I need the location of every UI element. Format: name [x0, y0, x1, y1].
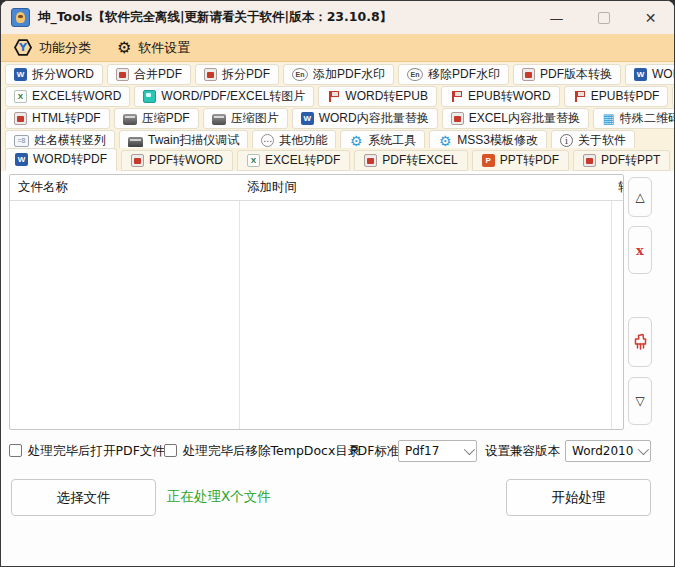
toolbar-button-label: 添加PDF水印 [313, 66, 385, 83]
column-header-filename[interactable]: 文件名称 [18, 175, 68, 200]
toolbar-button-icon [143, 90, 156, 103]
remove-tempdocx-checkbox[interactable] [164, 444, 177, 457]
tab-button[interactable]: EXCEL转PDF [237, 150, 350, 171]
toolbar-button-label: MSS3模板修改 [457, 132, 538, 149]
chevron-down-icon [464, 444, 475, 455]
app-window: 坤_Tools【软件完全离线|更新请看关于软件|版本：23.10.8】 — ✕ … [0, 0, 675, 567]
toolbar-button[interactable]: EPUB转WORD [441, 86, 560, 107]
column-divider [611, 175, 612, 429]
move-up-button[interactable]: △ [628, 177, 652, 217]
toolbar-button-icon [301, 112, 314, 125]
tab-button[interactable]: PDF转EXCEL [354, 150, 467, 171]
start-processing-button[interactable]: 开始处理 [506, 479, 651, 516]
toolbar-button[interactable]: HTML转PDF [5, 108, 110, 129]
tab-icon [583, 154, 596, 167]
toolbar-button[interactable]: 压缩PDF [114, 108, 199, 129]
tab-label: WORD转PDF [33, 151, 107, 168]
remove-x-icon: x [636, 243, 644, 258]
toolbar-button-label: WORD转EXCEL [652, 66, 675, 83]
toolbar-button[interactable]: EXCEL内容批量替换 [442, 108, 589, 129]
pdf-standard-select[interactable]: Pdf17 [398, 440, 477, 462]
tab-label: PDF转WORD [149, 152, 223, 169]
toolbar-button[interactable]: WORD转EXCEL [625, 64, 675, 85]
tab-label: EXCEL转PDF [265, 152, 340, 169]
toolbar-button-label: 移除PDF水印 [428, 66, 500, 83]
toolbar-button[interactable]: 特殊二维码校验 [593, 108, 675, 129]
toolbar-button-label: EPUB转WORD [468, 88, 551, 105]
toolbar-button[interactable]: EXCEL转WORD [5, 86, 130, 107]
toolbar-button[interactable]: WORD转EPUB [318, 86, 437, 107]
tab-icon [131, 154, 144, 167]
toolbar-button-label: 关于软件 [578, 132, 626, 149]
open-pdf-checkbox-label[interactable]: 处理完毕后打开PDF文件 [28, 443, 165, 460]
menubar: 功能分类 ⚙ 软件设置 [1, 34, 674, 62]
compat-version-select[interactable]: Word2010 [565, 440, 651, 462]
column-divider [239, 175, 240, 429]
toolbar-button-icon [349, 134, 363, 148]
tab-button[interactable]: PDF转PPT [573, 150, 670, 171]
toolbar-button-label: 拆分WORD [32, 66, 94, 83]
toolbar-button-icon [573, 90, 586, 103]
remove-file-button[interactable]: x [628, 226, 652, 274]
toolbar-button-label: EPUB转PDF [591, 88, 660, 105]
compat-version-value: Word2010 [572, 444, 638, 458]
maximize-button[interactable] [580, 1, 627, 34]
toolbar-button[interactable]: PDF版本转换 [513, 64, 621, 85]
toolbar-button[interactable]: 移除PDF水印 [398, 64, 509, 85]
toolbar-button[interactable]: 拆分PDF [195, 64, 279, 85]
toolbar-button-icon [14, 112, 27, 125]
maximize-icon [598, 12, 610, 24]
toolbar-button-label: 姓名横转竖列 [34, 132, 106, 149]
file-table[interactable]: 文件名称 添加时间 转 [9, 174, 624, 430]
toolbar-button[interactable]: WORD/PDF/EXCEL转图片 [134, 86, 314, 107]
toolbar: 拆分WORD 合并PDF 拆分PDF 添加PDF水印 [1, 62, 674, 148]
tab-icon [15, 153, 28, 166]
tab-button[interactable]: WORD转PDF [5, 148, 117, 171]
triangle-down-icon: ▽ [635, 394, 644, 408]
toolbar-button-label: Twain扫描仪调试 [148, 132, 239, 149]
settings-gear-icon: ⚙ [117, 40, 131, 56]
file-table-header: 文件名称 添加时间 转 [10, 175, 623, 201]
toolbar-button-icon [128, 137, 143, 147]
open-pdf-checkbox[interactable] [9, 444, 22, 457]
toolbar-button[interactable]: 压缩图片 [203, 108, 288, 129]
toolbar-button[interactable]: 合并PDF [107, 64, 191, 85]
toolbar-button-icon [450, 90, 463, 103]
toolbar-button[interactable]: 拆分WORD [5, 64, 103, 85]
toolbar-button-icon [560, 134, 573, 147]
toolbar-button-icon [261, 134, 274, 147]
toolbar-button[interactable]: EPUB转PDF [564, 86, 669, 107]
toolbar-button-icon [123, 114, 137, 125]
clear-list-button[interactable] [628, 317, 652, 367]
minimize-button[interactable]: — [533, 1, 580, 34]
toolbar-button[interactable]: 添加PDF水印 [283, 64, 394, 85]
titlebar: 坤_Tools【软件完全离线|更新请看关于软件|版本：23.10.8】 — ✕ [1, 1, 674, 34]
conversion-tabs: WORD转PDF PDF转WORD EXCEL转PDF PDF转EXCEL PP… [1, 148, 674, 171]
menu-item-categories[interactable]: 功能分类 [14, 39, 91, 57]
tab-button[interactable]: PPT转PDF [472, 150, 569, 171]
toolbar-button-icon [451, 112, 464, 125]
column-header-status[interactable]: 转 [618, 175, 624, 200]
toolbar-row-1: 拆分WORD 合并PDF 拆分PDF 添加PDF水印 [5, 64, 670, 85]
toolbar-button-icon [14, 68, 27, 81]
menu-item-settings[interactable]: ⚙ 软件设置 [117, 39, 190, 57]
options-row: 处理完毕后打开PDF文件 处理完毕后移除TempDocx目录 PDF标准 Pdf… [1, 438, 674, 466]
tab-label: PDF转PPT [601, 152, 660, 169]
close-button[interactable]: ✕ [627, 1, 674, 34]
toolbar-button-label: 拆分PDF [222, 66, 270, 83]
toolbar-button-icon [14, 135, 29, 147]
toolbar-row-2: EXCEL转WORD WORD/PDF/EXCEL转图片 WORD转EPUB E… [5, 86, 670, 107]
tab-icon [247, 154, 260, 167]
pdf-standard-label: PDF标准 [350, 443, 399, 460]
toolbar-button-label: 其他功能 [279, 132, 327, 149]
remove-tempdocx-checkbox-label[interactable]: 处理完毕后移除TempDocx目录 [183, 443, 360, 460]
tab-button[interactable]: PDF转WORD [121, 150, 233, 171]
chevron-down-icon [638, 444, 649, 455]
move-down-button[interactable]: ▽ [628, 377, 652, 425]
column-header-added-time[interactable]: 添加时间 [247, 175, 297, 200]
toolbar-button[interactable]: WORD内容批量替换 [292, 108, 438, 129]
toolbar-button-icon [602, 112, 615, 125]
select-files-button[interactable]: 选择文件 [11, 479, 156, 516]
brush-icon [632, 333, 649, 352]
tab-icon [482, 154, 495, 167]
